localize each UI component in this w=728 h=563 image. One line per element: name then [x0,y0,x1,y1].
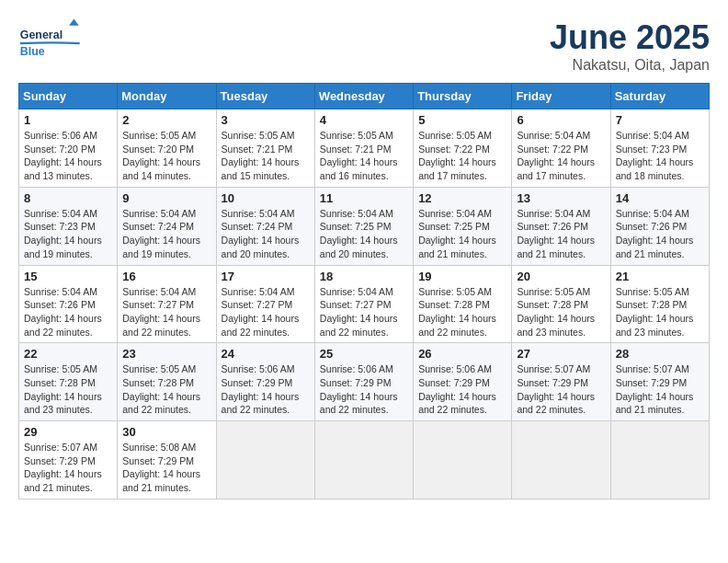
day-info: Sunrise: 5:05 AMSunset: 7:20 PMDaylight:… [122,129,210,183]
day-number: 7 [616,113,704,127]
day-info: Sunrise: 5:04 AMSunset: 7:25 PMDaylight:… [418,207,506,261]
day-number: 1 [24,113,112,127]
day-cell-16: 16Sunrise: 5:04 AMSunset: 7:27 PMDayligh… [118,265,216,343]
column-header-thursday: Thursday [414,84,512,109]
day-number: 12 [418,191,506,205]
day-cell-14: 14Sunrise: 5:04 AMSunset: 7:26 PMDayligh… [610,187,709,265]
day-number: 18 [320,270,408,283]
day-number: 29 [24,425,112,439]
day-info: Sunrise: 5:06 AMSunset: 7:29 PMDaylight:… [222,362,310,417]
day-number: 11 [320,191,408,205]
day-cell-28: 28Sunrise: 5:07 AMSunset: 7:29 PMDayligh… [610,343,709,421]
day-info: Sunrise: 5:04 AMSunset: 7:22 PMDaylight:… [517,129,605,183]
day-info: Sunrise: 5:04 AMSunset: 7:25 PMDaylight:… [320,207,408,261]
day-number: 3 [222,113,310,127]
day-cell-6: 6Sunrise: 5:04 AMSunset: 7:22 PMDaylight… [512,109,610,188]
day-info: Sunrise: 5:04 AMSunset: 7:23 PMDaylight:… [24,207,112,261]
day-info: Sunrise: 5:05 AMSunset: 7:21 PMDaylight:… [222,129,310,183]
column-header-tuesday: Tuesday [216,84,314,109]
day-cell-7: 7Sunrise: 5:04 AMSunset: 7:23 PMDaylight… [610,109,709,188]
calendar-week-1: 1Sunrise: 5:06 AMSunset: 7:20 PMDaylight… [19,109,710,188]
day-number: 21 [616,270,704,283]
day-info: Sunrise: 5:05 AMSunset: 7:28 PMDaylight:… [122,362,210,417]
day-cell-12: 12Sunrise: 5:04 AMSunset: 7:25 PMDayligh… [414,187,512,265]
day-number: 27 [517,347,605,361]
day-cell-23: 23Sunrise: 5:05 AMSunset: 7:28 PMDayligh… [118,343,216,421]
logo-svg: General Blue [18,18,92,64]
day-cell-11: 11Sunrise: 5:04 AMSunset: 7:25 PMDayligh… [314,187,413,265]
calendar-week-2: 8Sunrise: 5:04 AMSunset: 7:23 PMDaylight… [19,187,710,265]
day-info: Sunrise: 5:04 AMSunset: 7:24 PMDaylight:… [122,207,210,261]
day-cell-13: 13Sunrise: 5:04 AMSunset: 7:26 PMDayligh… [512,187,610,265]
title-block: June 2025 Nakatsu, Oita, Japan [550,18,710,74]
day-number: 4 [320,113,408,127]
day-cell-9: 9Sunrise: 5:04 AMSunset: 7:24 PMDaylight… [118,187,216,265]
day-cell-10: 10Sunrise: 5:04 AMSunset: 7:24 PMDayligh… [216,187,314,265]
day-info: Sunrise: 5:05 AMSunset: 7:22 PMDaylight:… [418,129,506,183]
day-info: Sunrise: 5:05 AMSunset: 7:28 PMDaylight:… [616,285,704,339]
day-info: Sunrise: 5:05 AMSunset: 7:28 PMDaylight:… [24,362,112,417]
column-header-saturday: Saturday [610,84,709,109]
calendar-week-4: 22Sunrise: 5:05 AMSunset: 7:28 PMDayligh… [19,343,710,421]
day-cell-5: 5Sunrise: 5:05 AMSunset: 7:22 PMDaylight… [414,109,512,188]
column-header-monday: Monday [118,84,216,109]
day-cell-15: 15Sunrise: 5:04 AMSunset: 7:26 PMDayligh… [19,265,118,343]
day-number: 23 [122,347,210,361]
day-info: Sunrise: 5:06 AMSunset: 7:29 PMDaylight:… [418,362,506,417]
empty-cell [610,421,709,500]
day-number: 28 [616,347,704,361]
logo: General Blue [18,18,92,64]
day-cell-21: 21Sunrise: 5:05 AMSunset: 7:28 PMDayligh… [610,265,709,343]
day-number: 24 [222,347,310,361]
day-cell-20: 20Sunrise: 5:05 AMSunset: 7:28 PMDayligh… [512,265,610,343]
day-info: Sunrise: 5:04 AMSunset: 7:26 PMDaylight:… [616,207,704,261]
page-header: General Blue June 2025 Nakatsu, Oita, Ja… [18,18,710,74]
day-info: Sunrise: 5:04 AMSunset: 7:27 PMDaylight:… [122,285,210,339]
day-info: Sunrise: 5:04 AMSunset: 7:24 PMDaylight:… [222,207,310,261]
day-info: Sunrise: 5:07 AMSunset: 7:29 PMDaylight:… [24,441,112,495]
day-cell-30: 30Sunrise: 5:08 AMSunset: 7:29 PMDayligh… [118,421,216,500]
day-cell-18: 18Sunrise: 5:04 AMSunset: 7:27 PMDayligh… [314,265,413,343]
day-cell-24: 24Sunrise: 5:06 AMSunset: 7:29 PMDayligh… [216,343,314,421]
day-cell-19: 19Sunrise: 5:05 AMSunset: 7:28 PMDayligh… [414,265,512,343]
day-number: 16 [122,270,210,283]
day-info: Sunrise: 5:04 AMSunset: 7:26 PMDaylight:… [24,285,112,339]
empty-cell [512,421,610,500]
empty-cell [216,421,314,500]
day-number: 22 [24,347,112,361]
column-header-friday: Friday [512,84,610,109]
location: Nakatsu, Oita, Japan [550,57,710,74]
day-number: 17 [222,270,310,283]
day-info: Sunrise: 5:06 AMSunset: 7:29 PMDaylight:… [320,362,408,417]
day-info: Sunrise: 5:05 AMSunset: 7:21 PMDaylight:… [320,129,408,183]
empty-cell [414,421,512,500]
day-info: Sunrise: 5:07 AMSunset: 7:29 PMDaylight:… [616,362,704,417]
day-cell-29: 29Sunrise: 5:07 AMSunset: 7:29 PMDayligh… [19,421,118,500]
day-number: 19 [418,270,506,283]
day-number: 26 [418,347,506,361]
day-number: 25 [320,347,408,361]
day-number: 9 [122,191,210,205]
day-number: 8 [24,191,112,205]
calendar-week-3: 15Sunrise: 5:04 AMSunset: 7:26 PMDayligh… [19,265,710,343]
empty-cell [314,421,413,500]
calendar-header-row: SundayMondayTuesdayWednesdayThursdayFrid… [19,84,710,109]
day-info: Sunrise: 5:04 AMSunset: 7:26 PMDaylight:… [517,207,605,261]
day-info: Sunrise: 5:07 AMSunset: 7:29 PMDaylight:… [517,362,605,417]
svg-text:Blue: Blue [20,45,45,58]
month-year: June 2025 [550,18,710,57]
day-cell-25: 25Sunrise: 5:06 AMSunset: 7:29 PMDayligh… [314,343,413,421]
day-info: Sunrise: 5:05 AMSunset: 7:28 PMDaylight:… [418,285,506,339]
day-info: Sunrise: 5:04 AMSunset: 7:27 PMDaylight:… [222,285,310,339]
column-header-sunday: Sunday [19,84,118,109]
day-info: Sunrise: 5:06 AMSunset: 7:20 PMDaylight:… [24,129,112,183]
day-number: 13 [517,191,605,205]
day-info: Sunrise: 5:04 AMSunset: 7:23 PMDaylight:… [616,129,704,183]
day-cell-1: 1Sunrise: 5:06 AMSunset: 7:20 PMDaylight… [19,109,118,188]
day-number: 2 [122,113,210,127]
day-info: Sunrise: 5:04 AMSunset: 7:27 PMDaylight:… [320,285,408,339]
day-number: 14 [616,191,704,205]
day-number: 15 [24,270,112,283]
calendar-week-5: 29Sunrise: 5:07 AMSunset: 7:29 PMDayligh… [19,421,710,500]
day-number: 5 [418,113,506,127]
